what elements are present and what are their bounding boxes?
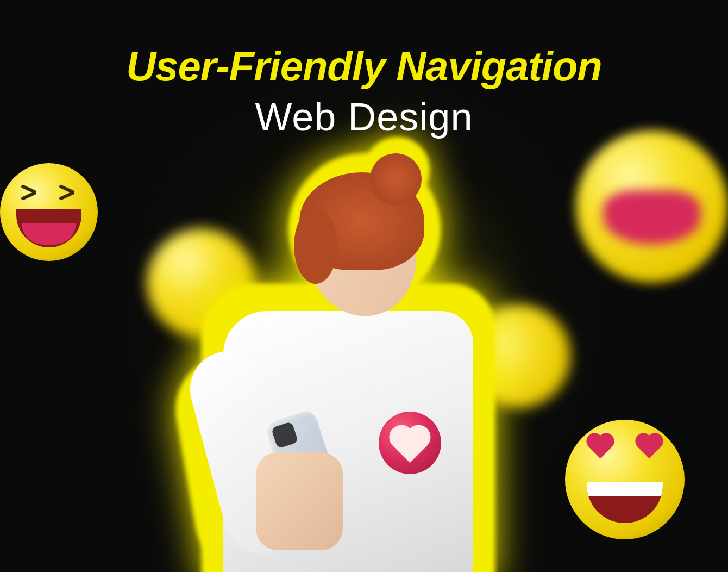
- subtitle: Web Design: [0, 95, 728, 139]
- main-title: User-Friendly Navigation: [0, 43, 728, 89]
- heart-react-icon: [379, 412, 441, 474]
- heart-eyes-emoji-icon: [565, 420, 685, 539]
- wow-emoji-icon: [576, 130, 728, 283]
- heading-block: User-Friendly Navigation Web Design: [0, 43, 728, 139]
- laughing-emoji-icon: [0, 163, 98, 261]
- person-with-phone-illustration: [191, 164, 506, 572]
